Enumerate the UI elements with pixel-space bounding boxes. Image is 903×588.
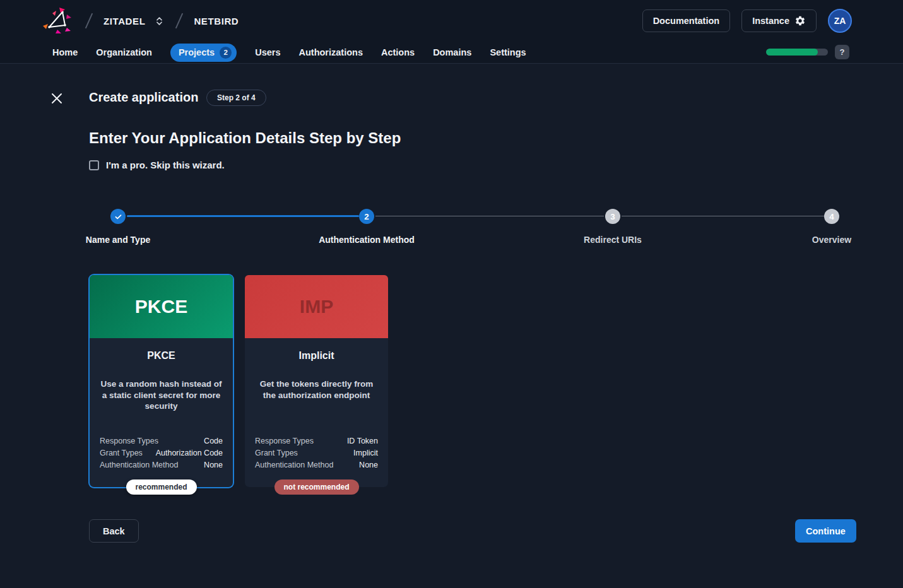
property-value: Authorization Code [156, 449, 223, 457]
table-row: Authentication Method None [100, 461, 223, 469]
property-value: None [359, 461, 378, 469]
skip-wizard-checkbox[interactable] [89, 160, 99, 170]
step-1-circle [110, 209, 126, 224]
pkce-card-properties: Response Types Code Grant Types Authoriz… [100, 437, 223, 469]
skip-wizard-option[interactable]: I'm a pro. Skip this wizard. [89, 160, 225, 170]
step-2-number: 2 [359, 209, 374, 224]
table-row: Authentication Method None [255, 461, 378, 469]
wizard-heading: Enter Your Application Details Step by S… [89, 129, 401, 147]
pkce-card-header: PKCE [90, 275, 233, 338]
topbar-row-nav: Home Organization Projects 2 Users Autho… [0, 42, 903, 63]
step-2-circle: 2 [359, 209, 374, 224]
check-icon [110, 209, 126, 224]
table-row: Response Types Code [100, 437, 223, 445]
documentation-button[interactable]: Documentation [642, 9, 731, 32]
step-2-label: Authentication Method [319, 235, 415, 245]
step-3-number: 3 [605, 209, 620, 224]
nav-item-settings[interactable]: Settings [490, 47, 526, 57]
page-title: Create application [89, 90, 198, 105]
breadcrumb-org[interactable]: ZITADEL [103, 16, 145, 26]
step-4-number: 4 [824, 209, 839, 224]
unfold-more-icon[interactable] [154, 16, 165, 26]
step-progress-badge: Step 2 of 4 [206, 90, 266, 106]
property-label: Response Types [255, 437, 314, 445]
nav-item-authorizations[interactable]: Authorizations [298, 47, 363, 57]
main-nav: Home Organization Projects 2 Users Autho… [52, 47, 526, 59]
instance-button[interactable]: Instance [741, 9, 817, 32]
recommended-badge: recommended [126, 479, 196, 495]
stepper-line-done [127, 215, 359, 217]
gear-icon [794, 15, 806, 26]
avatar-initials: ZA [834, 16, 846, 26]
breadcrumb-slash [175, 13, 183, 29]
property-label: Grant Types [255, 449, 298, 457]
implicit-card-title: Implicit [255, 350, 378, 362]
property-label: Response Types [100, 437, 158, 445]
help-button[interactable]: ? [835, 45, 849, 59]
property-label: Authentication Method [255, 461, 333, 469]
nav-item-actions[interactable]: Actions [381, 47, 415, 57]
not-recommended-badge: not recommended [274, 479, 358, 495]
auth-method-card-implicit[interactable]: IMP Implicit Get the tokens directly fro… [245, 275, 388, 487]
close-icon[interactable] [49, 91, 64, 106]
auth-method-card-pkce[interactable]: PKCE PKCE Use a random hash instead of a… [90, 275, 233, 487]
stepper-line-upcoming [622, 216, 824, 216]
table-row: Grant Types Implicit [255, 449, 378, 457]
step-4-circle: 4 [824, 209, 839, 224]
skip-wizard-label: I'm a pro. Skip this wizard. [106, 160, 225, 170]
pkce-card-description: Use a random hash instead of a static cl… [100, 379, 223, 412]
property-value: None [204, 461, 223, 469]
pkce-card-body: PKCE Use a random hash instead of a stat… [90, 338, 233, 487]
step-3-circle: 3 [605, 209, 620, 224]
property-label: Grant Types [100, 449, 143, 457]
table-row: Response Types ID Token [255, 437, 378, 445]
nav-item-home[interactable]: Home [52, 47, 78, 57]
step-1-label: Name and Type [86, 235, 150, 245]
back-button[interactable]: Back [89, 519, 139, 543]
implicit-card-description: Get the tokens directly from the authori… [255, 379, 378, 401]
quota-progress-bar [766, 49, 828, 56]
step-3-label: Redirect URIs [584, 235, 642, 245]
implicit-card-body: Implicit Get the tokens directly from th… [245, 338, 388, 487]
breadcrumb-project[interactable]: NETBIRD [194, 16, 239, 26]
create-application-page: Create application Step 2 of 4 Enter You… [0, 64, 903, 588]
nav-item-users[interactable]: Users [255, 47, 280, 57]
projects-count-badge: 2 [220, 47, 232, 59]
instance-button-label: Instance [752, 16, 789, 26]
pkce-card-title: PKCE [100, 350, 223, 362]
quota-progress-fill [766, 49, 818, 56]
breadcrumb-slash [85, 13, 93, 29]
continue-button[interactable]: Continue [795, 519, 856, 543]
topbar: ZITADEL NETBIRD Documentation Instance Z… [0, 0, 903, 64]
property-value: Implicit [353, 449, 378, 457]
topbar-actions: Documentation Instance ZA [642, 9, 852, 33]
avatar[interactable]: ZA [828, 9, 852, 33]
zitadel-logo-icon[interactable] [42, 7, 74, 35]
table-row: Grant Types Authorization Code [100, 449, 223, 457]
nav-item-projects[interactable]: Projects 2 [170, 44, 237, 62]
nav-item-organization[interactable]: Organization [96, 47, 152, 57]
step-4-label: Overview [812, 235, 851, 245]
topbar-row-primary: ZITADEL NETBIRD Documentation Instance Z… [0, 0, 903, 42]
property-value: Code [204, 437, 223, 445]
stepper-line-upcoming [375, 216, 604, 216]
property-value: ID Token [347, 437, 378, 445]
property-label: Authentication Method [100, 461, 178, 469]
nav-item-domains[interactable]: Domains [433, 47, 471, 57]
nav-item-projects-label: Projects [179, 47, 215, 57]
implicit-card-header: IMP [245, 275, 388, 338]
implicit-card-properties: Response Types ID Token Grant Types Impl… [255, 437, 378, 469]
